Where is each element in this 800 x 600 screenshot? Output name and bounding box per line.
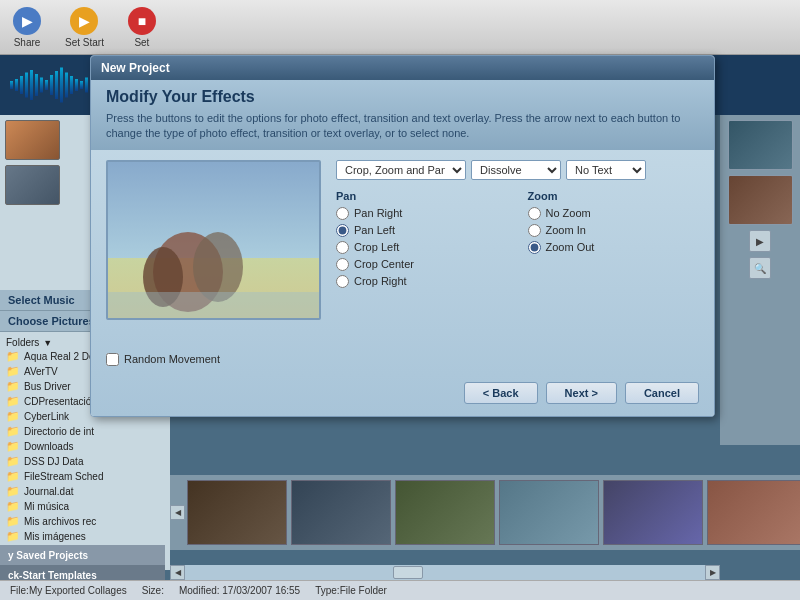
svg-rect-8 [50, 75, 53, 95]
folder-mis-archivos[interactable]: 📁 Mis archivos rec [4, 514, 166, 529]
folder-downloads[interactable]: 📁 Downloads [4, 439, 166, 454]
pan-right-option[interactable]: Pan Right [336, 207, 508, 220]
svg-rect-134 [108, 292, 321, 320]
modal-window: New Project Modify Your Effects Press th… [90, 55, 715, 417]
right-thumb-2 [728, 175, 793, 225]
pan-title: Pan [336, 190, 508, 202]
set-start-icon: ▶ [70, 7, 98, 35]
transition-dropdown[interactable]: Dissolve [471, 160, 561, 180]
svg-rect-6 [40, 78, 43, 93]
no-zoom-option[interactable]: No Zoom [528, 207, 700, 220]
random-movement-row: Random Movement [91, 345, 714, 374]
bottom-thumb-3[interactable] [395, 480, 495, 545]
modal-content: Crop, Zoom and Pan Dissolve No Text Pan [91, 150, 714, 330]
pan-right-label: Pan Right [354, 207, 402, 219]
crop-left-option[interactable]: Crop Left [336, 241, 508, 254]
random-movement-checkbox[interactable] [106, 353, 119, 366]
zoom-out-label: Zoom Out [546, 241, 595, 253]
modal-titlebar: New Project [91, 56, 714, 80]
saved-projects-section[interactable]: y Saved Projects [0, 545, 165, 565]
set-start-button[interactable]: ▶ Set Start [57, 3, 112, 52]
effect-dropdowns: Crop, Zoom and Pan Dissolve No Text [336, 160, 699, 180]
svg-rect-14 [80, 81, 83, 89]
folder-icon: 📁 [6, 440, 20, 453]
folder-icon: 📁 [6, 470, 20, 483]
svg-rect-11 [65, 73, 68, 98]
set-button[interactable]: ■ Set [120, 3, 164, 52]
status-size: Size: [142, 585, 164, 596]
svg-rect-2 [20, 76, 23, 94]
status-file: File:My Exported Collages [10, 585, 127, 596]
no-zoom-radio[interactable] [528, 207, 541, 220]
pan-left-radio[interactable] [336, 224, 349, 237]
zoom-out-radio[interactable] [528, 241, 541, 254]
status-modified: Modified: 17/03/2007 16:55 [179, 585, 300, 596]
toolbar: ▶ Share ▶ Set Start ■ Set [0, 0, 800, 55]
bottom-thumb-6[interactable] [707, 480, 800, 545]
thumb-img-2 [5, 165, 60, 205]
folder-icon: 📁 [6, 515, 20, 528]
modal-heading: Modify Your Effects [106, 88, 699, 106]
zoom-in-option[interactable]: Zoom In [528, 224, 700, 237]
folder-journal[interactable]: 📁 Journal.dat [4, 484, 166, 499]
folder-icon: 📁 [6, 380, 20, 393]
bottom-thumb-2[interactable] [291, 480, 391, 545]
folder-icon: 📁 [6, 455, 20, 468]
text-dropdown[interactable]: No Text [566, 160, 646, 180]
crop-left-label: Crop Left [354, 241, 399, 253]
share-button[interactable]: ▶ Share [5, 3, 49, 52]
nav-right-btn[interactable]: ▶ [749, 230, 771, 252]
svg-rect-15 [85, 78, 88, 93]
folder-icon: 📁 [6, 395, 20, 408]
svg-rect-7 [45, 80, 48, 90]
bottom-thumb-1[interactable] [187, 480, 287, 545]
crop-center-option[interactable]: Crop Center [336, 258, 508, 271]
crop-left-radio[interactable] [336, 241, 349, 254]
effect-dropdown[interactable]: Crop, Zoom and Pan [336, 160, 466, 180]
folder-musica[interactable]: 📁 Mi música [4, 499, 166, 514]
folder-dss[interactable]: 📁 DSS DJ Data [4, 454, 166, 469]
zoom-radio-group: No Zoom Zoom In Zoom Out [528, 207, 700, 254]
folder-icon: 📁 [6, 410, 20, 423]
preview-image [106, 160, 321, 320]
share-label: Share [14, 37, 41, 48]
zoom-out-option[interactable]: Zoom Out [528, 241, 700, 254]
pan-left-option[interactable]: Pan Left [336, 224, 508, 237]
bottom-thumb-4[interactable] [499, 480, 599, 545]
scroll-track-left[interactable]: ◀ [170, 565, 185, 580]
thumb-img-1 [5, 120, 60, 160]
no-zoom-label: No Zoom [546, 207, 591, 219]
scroll-left-arrow[interactable]: ◀ [170, 505, 185, 520]
svg-rect-5 [35, 74, 38, 96]
svg-rect-4 [30, 70, 33, 100]
svg-rect-0 [10, 81, 13, 89]
share-icon: ▶ [13, 7, 41, 35]
folder-filestream[interactable]: 📁 FileStream Sched [4, 469, 166, 484]
random-movement-label: Random Movement [124, 353, 220, 365]
effect-controls: Crop, Zoom and Pan Dissolve No Text Pan [336, 160, 699, 320]
nav-zoom-btn[interactable]: 🔍 [749, 257, 771, 279]
scroll-thumb[interactable] [393, 566, 423, 579]
bottom-scrollbar[interactable]: ◀ ▶ [170, 565, 720, 580]
status-bar: File:My Exported Collages Size: Modified… [0, 580, 800, 600]
folder-icon: 📁 [6, 365, 20, 378]
bottom-thumb-5[interactable] [603, 480, 703, 545]
modal-buttons: < Back Next > Cancel [91, 374, 714, 416]
next-button[interactable]: Next > [546, 382, 617, 404]
cancel-button[interactable]: Cancel [625, 382, 699, 404]
scroll-track-right[interactable]: ▶ [705, 565, 720, 580]
folder-mis-imagenes[interactable]: 📁 Mis imágenes [4, 529, 166, 544]
back-button[interactable]: < Back [464, 382, 538, 404]
modal-body: Modify Your Effects Press the buttons to… [91, 80, 714, 416]
right-thumb-1 [728, 120, 793, 170]
modal-instructions: Press the buttons to edit the options fo… [106, 111, 699, 142]
pan-right-radio[interactable] [336, 207, 349, 220]
crop-right-option[interactable]: Crop Right [336, 275, 508, 288]
folder-icon: 📁 [6, 485, 20, 498]
zoom-column: Zoom No Zoom Zoom In [528, 190, 700, 288]
crop-center-radio[interactable] [336, 258, 349, 271]
folder-directorio[interactable]: 📁 Directorio de int [4, 424, 166, 439]
svg-rect-12 [70, 76, 73, 94]
zoom-in-radio[interactable] [528, 224, 541, 237]
crop-right-radio[interactable] [336, 275, 349, 288]
